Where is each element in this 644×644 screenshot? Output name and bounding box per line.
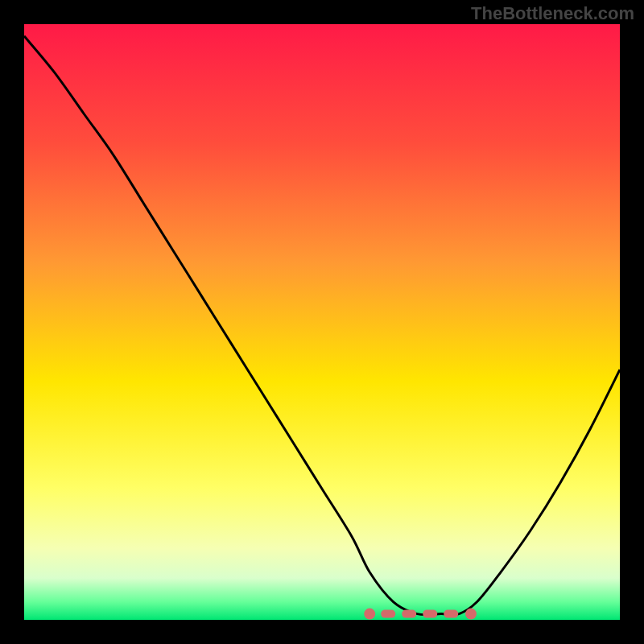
svg-rect-3 (402, 610, 416, 618)
svg-rect-5 (444, 610, 458, 618)
watermark-text: TheBottleneck.com (471, 3, 634, 24)
svg-rect-2 (381, 610, 395, 618)
svg-point-0 (364, 609, 375, 620)
chart-svg (24, 24, 620, 620)
chart-plot-area (24, 24, 620, 620)
svg-rect-4 (423, 610, 437, 618)
svg-point-1 (465, 609, 477, 620)
